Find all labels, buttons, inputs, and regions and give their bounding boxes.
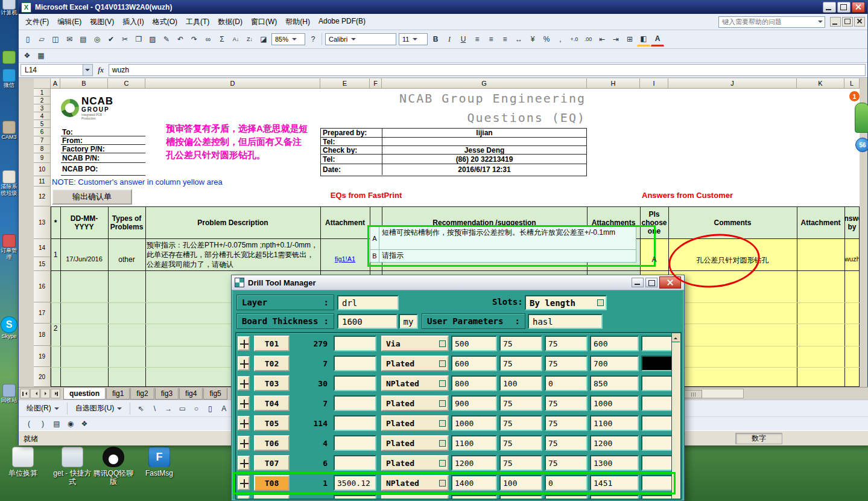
oval-icon[interactable]: ○ [189,402,203,415]
increase-decimal-icon[interactable]: +.0 [568,33,581,46]
new-file-icon[interactable]: ▯ [21,33,34,46]
add-tool-icon[interactable] [238,456,250,470]
save-icon[interactable]: ◫ [49,33,62,46]
decrease-indent-icon[interactable]: ⇤ [595,33,609,46]
sort-asc-icon[interactable]: A↓ [229,33,242,46]
tool-size-input[interactable]: 500 [451,336,497,351]
drawing-extra-icon-3[interactable]: ▤ [50,417,63,430]
font-color-icon[interactable]: A [651,32,664,46]
email-icon[interactable]: ✉ [63,33,76,46]
tool-size-input[interactable]: 900 [451,395,497,411]
percent-icon[interactable]: % [540,33,553,46]
output-confirmation-button[interactable]: 输出确认单 [52,189,132,205]
menu-item[interactable]: 插入(I) [118,14,148,30]
type-dropdown-handle-icon[interactable] [439,380,446,387]
tool-size-input[interactable]: 1000 [451,415,497,431]
rectangle-icon[interactable]: ▭ [176,402,189,415]
previous-sheet-icon[interactable] [30,389,40,398]
menu-item[interactable]: 文件(F) [21,14,53,30]
type-dropdown-handle-icon[interactable] [439,460,446,467]
select-arrow-icon[interactable]: ⇖ [134,402,147,415]
qq-light-shortcut[interactable]: 腾讯QQ轻聊版 [92,447,135,486]
merge-center-icon[interactable]: ↔ [512,33,525,46]
tool-type-select[interactable] [381,495,449,500]
add-tool-icon[interactable] [238,356,250,371]
column-header-D[interactable]: D [145,78,320,89]
increase-indent-icon[interactable]: ⇥ [609,33,622,46]
row-header-20[interactable]: 20 [34,367,51,387]
tool-extra-input[interactable] [334,336,376,351]
tool-number-button[interactable]: T04 [254,395,290,411]
info-row-value[interactable]: Jesse Deng [382,146,586,154]
sort-desc-icon[interactable]: Z↓ [243,33,256,46]
tool-size-input[interactable]: 75 [545,356,588,371]
eq-column-header[interactable]: Attachment [320,206,370,239]
menu-item[interactable]: 工具(T) [182,14,214,30]
tool-extra2-input[interactable] [641,415,674,431]
menu-item[interactable]: 格式(O) [148,14,182,30]
eq1-index-cell[interactable]: 1 [51,250,60,259]
computer-shortcut[interactable]: 计算机 [1,0,17,16]
last-sheet-icon[interactable] [51,389,60,398]
column-header-A[interactable]: A [51,78,60,89]
tool-size-input[interactable]: 75 [499,495,542,500]
tool-extra-input[interactable] [334,495,376,500]
wechat-shortcut[interactable]: 微信 [1,69,17,89]
layer-input[interactable]: drl [337,295,399,310]
tool-size-input[interactable]: 75 [499,356,542,371]
tool-size-input[interactable]: 75 [545,495,588,500]
tool-size-input[interactable]: 850 [590,375,639,391]
workbook-restore-button[interactable] [842,17,853,27]
spellcheck-icon[interactable]: ✔ [104,33,118,46]
close-button[interactable] [852,2,865,13]
cut-icon[interactable]: ✂ [118,33,131,46]
tool-extra-input[interactable] [334,455,376,471]
hyperlink-icon[interactable]: ∞ [201,33,215,46]
eq-column-header[interactable]: Attachment [797,206,844,239]
underline-icon[interactable]: U [457,33,470,46]
menu-item[interactable]: 视图(V) [86,14,118,30]
tool-type-select[interactable]: Via [381,336,449,351]
tool-number-button[interactable]: T02 [254,356,290,371]
row-header-2[interactable]: 2 [34,97,51,104]
format-painter-icon[interactable]: ✎ [160,33,173,46]
tool-size-input[interactable]: 1000 [590,395,639,411]
tool-extra-input[interactable] [334,375,376,391]
tool-size-input[interactable]: 700 [590,356,639,371]
tool-size-input[interactable]: 1200 [451,455,497,471]
slots-dropdown-handle-icon[interactable] [597,299,604,306]
font-size-combo[interactable]: 11 [399,33,428,45]
type-dropdown-handle-icon[interactable] [439,500,446,500]
tool-type-select[interactable]: Plated [381,415,449,431]
tool-number-button[interactable]: T03 [254,375,290,391]
column-header-E[interactable]: E [320,78,370,89]
eq-column-header[interactable]: Types of Problems [108,206,145,239]
tool-size-input[interactable]: 75 [499,435,542,451]
font-name-combo[interactable]: Calibri [325,33,396,45]
dialog-minimize-button[interactable] [632,278,644,287]
row-header-11[interactable]: 11 [34,176,51,187]
eq1-attachment-link[interactable]: fig1!A1 [320,255,370,263]
row-header-10[interactable]: 10 [34,163,51,176]
info-row-value[interactable] [382,138,586,145]
print-icon[interactable]: ▤ [77,33,90,46]
tool-type-select[interactable]: NPlated [381,375,449,391]
eq-column-header[interactable]: Comments [668,206,797,239]
get-shortcut-shortcut[interactable]: get - 快捷方式 [51,447,94,486]
align-right-icon[interactable]: ≡ [498,33,512,46]
tool-extra2-input[interactable] [641,395,674,411]
tool-extra-input[interactable] [334,435,376,451]
tool-type-select[interactable]: Plated [381,455,449,471]
drawing-extra-icon-2[interactable]: ) [36,417,49,430]
row-header-8[interactable]: 8 [34,145,51,153]
tool-size-input[interactable]: 75 [499,415,542,431]
eq-column-header[interactable]: DD-MM-YYYY [60,206,108,239]
tool-size-input[interactable]: 100 [499,375,542,391]
tool-size-input[interactable]: 75 [545,395,588,411]
line-icon[interactable]: \ [148,402,161,415]
tool-extra2-input[interactable] [641,455,674,471]
column-header-I[interactable]: I [640,78,668,89]
custom-toolbar-button-1[interactable]: ❖ [21,49,34,62]
user-parameters-input[interactable]: hasl [528,314,603,329]
tool-extra2-input[interactable] [641,495,674,500]
